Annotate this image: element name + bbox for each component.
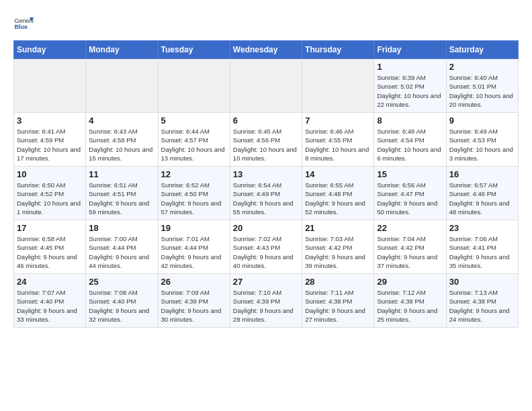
calendar-cell: 7Sunrise: 6:46 AMSunset: 4:55 PMDaylight… (302, 113, 374, 167)
weekday-header: Friday (374, 41, 446, 59)
day-info: Sunrise: 7:01 AMSunset: 4:44 PMDaylight:… (161, 234, 227, 270)
calendar-week-row: 17Sunrise: 6:58 AMSunset: 4:45 PMDayligh… (14, 220, 519, 274)
day-number: 12 (161, 169, 227, 179)
page-header: General Blue (13, 13, 519, 34)
day-info: Sunrise: 6:58 AMSunset: 4:45 PMDaylight:… (17, 234, 83, 270)
calendar-cell (230, 59, 302, 113)
day-number: 5 (161, 116, 227, 126)
logo: General Blue (13, 13, 34, 34)
day-info: Sunrise: 6:45 AMSunset: 4:56 PMDaylight:… (233, 127, 299, 163)
day-number: 13 (233, 169, 299, 179)
day-info: Sunrise: 7:04 AMSunset: 4:42 PMDaylight:… (377, 234, 443, 270)
calendar-cell: 19Sunrise: 7:01 AMSunset: 4:44 PMDayligh… (158, 220, 230, 274)
logo-icon: General Blue (13, 13, 34, 34)
calendar-week-row: 1Sunrise: 6:39 AMSunset: 5:02 PMDaylight… (14, 59, 519, 113)
calendar-cell: 4Sunrise: 6:43 AMSunset: 4:58 PMDaylight… (86, 113, 158, 167)
calendar-cell: 2Sunrise: 6:40 AMSunset: 5:01 PMDaylight… (446, 59, 518, 113)
day-info: Sunrise: 6:55 AMSunset: 4:48 PMDaylight:… (305, 181, 371, 216)
weekday-header: Wednesday (230, 41, 302, 59)
calendar-cell: 24Sunrise: 7:07 AMSunset: 4:40 PMDayligh… (14, 274, 86, 328)
calendar-cell: 21Sunrise: 7:03 AMSunset: 4:42 PMDayligh… (302, 220, 374, 274)
day-number: 28 (305, 277, 371, 287)
day-info: Sunrise: 6:50 AMSunset: 4:52 PMDaylight:… (17, 181, 83, 216)
day-number: 16 (449, 169, 515, 179)
day-number: 14 (305, 169, 371, 179)
day-number: 22 (377, 223, 443, 233)
day-info: Sunrise: 7:10 AMSunset: 4:39 PMDaylight:… (233, 288, 299, 324)
weekday-header: Thursday (302, 41, 374, 59)
day-info: Sunrise: 6:54 AMSunset: 4:49 PMDaylight:… (233, 181, 299, 216)
calendar-cell (158, 59, 230, 113)
day-number: 8 (377, 116, 443, 126)
day-number: 9 (449, 116, 515, 126)
calendar-week-row: 3Sunrise: 6:41 AMSunset: 4:59 PMDaylight… (14, 113, 519, 167)
calendar-cell: 11Sunrise: 6:51 AMSunset: 4:51 PMDayligh… (86, 167, 158, 220)
day-info: Sunrise: 7:00 AMSunset: 4:44 PMDaylight:… (89, 234, 154, 270)
calendar-cell: 13Sunrise: 6:54 AMSunset: 4:49 PMDayligh… (230, 167, 302, 220)
calendar-cell: 27Sunrise: 7:10 AMSunset: 4:39 PMDayligh… (230, 274, 302, 328)
calendar-week-row: 10Sunrise: 6:50 AMSunset: 4:52 PMDayligh… (14, 167, 519, 220)
calendar-cell: 10Sunrise: 6:50 AMSunset: 4:52 PMDayligh… (14, 167, 86, 220)
calendar-cell: 28Sunrise: 7:11 AMSunset: 4:38 PMDayligh… (302, 274, 374, 328)
day-info: Sunrise: 7:02 AMSunset: 4:43 PMDaylight:… (233, 234, 299, 270)
day-info: Sunrise: 6:44 AMSunset: 4:57 PMDaylight:… (161, 127, 227, 163)
day-number: 10 (17, 169, 83, 179)
weekday-header-row: SundayMondayTuesdayWednesdayThursdayFrid… (14, 41, 519, 59)
day-info: Sunrise: 6:41 AMSunset: 4:59 PMDaylight:… (17, 127, 83, 163)
calendar-cell (86, 59, 158, 113)
day-number: 4 (89, 116, 154, 126)
day-number: 18 (89, 223, 154, 233)
weekday-header: Monday (86, 41, 158, 59)
day-number: 6 (233, 116, 299, 126)
calendar-cell: 29Sunrise: 7:12 AMSunset: 4:38 PMDayligh… (374, 274, 446, 328)
day-number: 25 (89, 277, 154, 287)
day-number: 21 (305, 223, 371, 233)
day-number: 26 (161, 277, 227, 287)
calendar-week-row: 24Sunrise: 7:07 AMSunset: 4:40 PMDayligh… (14, 274, 519, 328)
calendar-cell: 25Sunrise: 7:08 AMSunset: 4:40 PMDayligh… (86, 274, 158, 328)
calendar-cell: 8Sunrise: 6:48 AMSunset: 4:54 PMDaylight… (374, 113, 446, 167)
calendar-cell: 3Sunrise: 6:41 AMSunset: 4:59 PMDaylight… (14, 113, 86, 167)
day-number: 30 (449, 277, 515, 287)
day-info: Sunrise: 6:39 AMSunset: 5:02 PMDaylight:… (377, 73, 443, 109)
day-info: Sunrise: 6:48 AMSunset: 4:54 PMDaylight:… (377, 127, 443, 163)
day-info: Sunrise: 7:13 AMSunset: 4:38 PMDaylight:… (449, 288, 515, 324)
svg-text:Blue: Blue (15, 24, 28, 30)
weekday-header: Sunday (14, 41, 86, 59)
day-number: 24 (17, 277, 83, 287)
calendar-cell: 5Sunrise: 6:44 AMSunset: 4:57 PMDaylight… (158, 113, 230, 167)
calendar-cell (302, 59, 374, 113)
day-info: Sunrise: 6:52 AMSunset: 4:50 PMDaylight:… (161, 181, 227, 216)
day-info: Sunrise: 7:11 AMSunset: 4:38 PMDaylight:… (305, 288, 371, 324)
day-info: Sunrise: 7:06 AMSunset: 4:41 PMDaylight:… (449, 234, 515, 270)
day-number: 7 (305, 116, 371, 126)
calendar-cell: 20Sunrise: 7:02 AMSunset: 4:43 PMDayligh… (230, 220, 302, 274)
calendar-table: SundayMondayTuesdayWednesdayThursdayFrid… (13, 40, 519, 328)
calendar-cell: 23Sunrise: 7:06 AMSunset: 4:41 PMDayligh… (446, 220, 518, 274)
calendar-cell (14, 59, 86, 113)
day-info: Sunrise: 7:03 AMSunset: 4:42 PMDaylight:… (305, 234, 371, 270)
day-info: Sunrise: 6:49 AMSunset: 4:53 PMDaylight:… (449, 127, 515, 163)
day-info: Sunrise: 6:57 AMSunset: 4:46 PMDaylight:… (449, 181, 515, 216)
calendar-cell: 12Sunrise: 6:52 AMSunset: 4:50 PMDayligh… (158, 167, 230, 220)
day-number: 1 (377, 62, 443, 72)
calendar-cell: 17Sunrise: 6:58 AMSunset: 4:45 PMDayligh… (14, 220, 86, 274)
calendar-cell: 15Sunrise: 6:56 AMSunset: 4:47 PMDayligh… (374, 167, 446, 220)
calendar-cell: 1Sunrise: 6:39 AMSunset: 5:02 PMDaylight… (374, 59, 446, 113)
day-info: Sunrise: 6:51 AMSunset: 4:51 PMDaylight:… (89, 181, 154, 216)
day-number: 20 (233, 223, 299, 233)
day-number: 23 (449, 223, 515, 233)
day-info: Sunrise: 6:43 AMSunset: 4:58 PMDaylight:… (89, 127, 154, 163)
day-number: 2 (449, 62, 515, 72)
day-info: Sunrise: 7:07 AMSunset: 4:40 PMDaylight:… (17, 288, 83, 324)
calendar-cell: 16Sunrise: 6:57 AMSunset: 4:46 PMDayligh… (446, 167, 518, 220)
calendar-cell: 6Sunrise: 6:45 AMSunset: 4:56 PMDaylight… (230, 113, 302, 167)
calendar-cell: 18Sunrise: 7:00 AMSunset: 4:44 PMDayligh… (86, 220, 158, 274)
day-number: 19 (161, 223, 227, 233)
day-number: 11 (89, 169, 154, 179)
day-info: Sunrise: 7:09 AMSunset: 4:39 PMDaylight:… (161, 288, 227, 324)
day-info: Sunrise: 6:40 AMSunset: 5:01 PMDaylight:… (449, 73, 515, 109)
day-number: 3 (17, 116, 83, 126)
weekday-header: Tuesday (158, 41, 230, 59)
day-number: 17 (17, 223, 83, 233)
